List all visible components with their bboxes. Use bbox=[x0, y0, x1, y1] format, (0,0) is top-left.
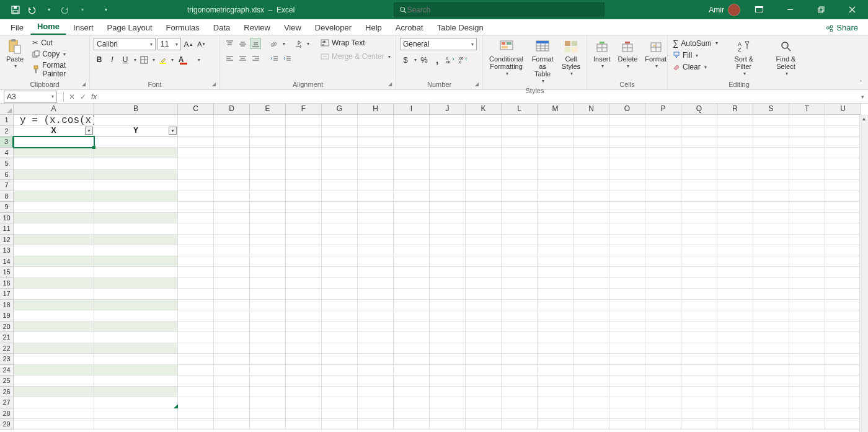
cell-G27[interactable] bbox=[322, 397, 358, 408]
cell-I24[interactable] bbox=[394, 365, 430, 376]
cell-D15[interactable] bbox=[214, 267, 250, 278]
cell-T22[interactable] bbox=[789, 343, 825, 354]
cell-C27[interactable] bbox=[178, 397, 214, 408]
cell-U29[interactable] bbox=[825, 419, 861, 430]
cell-T29[interactable] bbox=[789, 419, 825, 430]
cell-L11[interactable] bbox=[502, 223, 538, 235]
cell-K19[interactable] bbox=[466, 310, 502, 322]
cell-C19[interactable] bbox=[178, 310, 214, 322]
cell-R22[interactable] bbox=[717, 343, 753, 354]
cell-C11[interactable] bbox=[178, 223, 214, 235]
cell-K26[interactable] bbox=[466, 387, 502, 398]
cell-Q27[interactable] bbox=[681, 397, 717, 408]
row-header-21[interactable]: 21 bbox=[0, 332, 14, 343]
cell-E13[interactable] bbox=[250, 245, 286, 256]
copy-dropdown-icon[interactable]: ▾ bbox=[63, 52, 66, 57]
cell-T9[interactable] bbox=[789, 202, 825, 213]
cell-P13[interactable] bbox=[645, 245, 681, 256]
cell-O9[interactable] bbox=[609, 202, 645, 213]
cell-Q18[interactable] bbox=[681, 300, 717, 311]
cell-T19[interactable] bbox=[789, 310, 825, 322]
row-header-27[interactable]: 27 bbox=[0, 397, 14, 408]
col-header-S[interactable]: S bbox=[753, 104, 789, 115]
col-header-T[interactable]: T bbox=[789, 104, 825, 115]
row-header-9[interactable]: 9 bbox=[0, 202, 14, 213]
undo-icon[interactable] bbox=[25, 3, 38, 17]
cell-A10[interactable] bbox=[14, 213, 94, 224]
cell-Q13[interactable] bbox=[681, 245, 717, 256]
autosum-button[interactable]: ∑AutoSum▾ bbox=[671, 38, 719, 48]
row-header-13[interactable]: 13 bbox=[0, 245, 14, 256]
cell-P2[interactable] bbox=[645, 126, 681, 137]
cell-T23[interactable] bbox=[789, 354, 825, 365]
cell-G29[interactable] bbox=[322, 419, 358, 430]
cell-J22[interactable] bbox=[430, 343, 466, 354]
cell-M22[interactable] bbox=[538, 343, 574, 354]
cell-P18[interactable] bbox=[645, 300, 681, 311]
cell-B22[interactable] bbox=[94, 343, 178, 354]
cell-H1[interactable] bbox=[358, 115, 394, 126]
cell-A16[interactable] bbox=[14, 278, 94, 289]
cell-O7[interactable] bbox=[609, 180, 645, 191]
cell-D6[interactable] bbox=[214, 169, 250, 181]
cell-J14[interactable] bbox=[430, 256, 466, 268]
cell-R19[interactable] bbox=[717, 310, 753, 322]
cell-I12[interactable] bbox=[394, 235, 430, 246]
cell-E9[interactable] bbox=[250, 202, 286, 213]
cell-T17[interactable] bbox=[789, 289, 825, 300]
cell-L16[interactable] bbox=[502, 278, 538, 289]
cell-F20[interactable] bbox=[286, 322, 322, 333]
cell-N5[interactable] bbox=[574, 158, 609, 169]
cell-A27[interactable] bbox=[14, 397, 94, 408]
cell-C15[interactable] bbox=[178, 267, 214, 278]
cell-U15[interactable] bbox=[825, 267, 861, 278]
cell-M5[interactable] bbox=[538, 158, 574, 169]
cell-H16[interactable] bbox=[358, 278, 394, 289]
col-header-L[interactable]: L bbox=[502, 104, 538, 115]
cell-S18[interactable] bbox=[753, 300, 789, 311]
cell-C4[interactable] bbox=[178, 148, 214, 159]
cell-C10[interactable] bbox=[178, 213, 214, 224]
cell-U18[interactable] bbox=[825, 300, 861, 311]
cell-G3[interactable] bbox=[322, 137, 358, 148]
cell-H5[interactable] bbox=[358, 158, 394, 169]
cell-R24[interactable] bbox=[717, 365, 753, 376]
cell-G2[interactable] bbox=[322, 126, 358, 137]
format-cells-button[interactable]: Format▾ bbox=[642, 38, 669, 71]
cell-B26[interactable] bbox=[94, 387, 178, 398]
cell-E8[interactable] bbox=[250, 191, 286, 202]
cell-I8[interactable] bbox=[394, 191, 430, 202]
cell-D21[interactable] bbox=[214, 332, 250, 343]
cell-M15[interactable] bbox=[538, 267, 574, 278]
decrease-font-icon[interactable]: A▼ bbox=[196, 38, 207, 50]
cell-Q29[interactable] bbox=[681, 419, 717, 430]
cell-D1[interactable] bbox=[214, 115, 250, 126]
cell-S2[interactable] bbox=[753, 126, 789, 137]
cell-G1[interactable] bbox=[322, 115, 358, 126]
cell-D22[interactable] bbox=[214, 343, 250, 354]
enter-formula-icon[interactable]: ✓ bbox=[78, 92, 89, 101]
cell-J29[interactable] bbox=[430, 419, 466, 430]
cell-H15[interactable] bbox=[358, 267, 394, 278]
cancel-formula-icon[interactable]: ✕ bbox=[66, 92, 78, 101]
cell-S5[interactable] bbox=[753, 158, 789, 169]
cell-R13[interactable] bbox=[717, 245, 753, 256]
cell-D10[interactable] bbox=[214, 213, 250, 224]
cell-L28[interactable] bbox=[502, 408, 538, 420]
cell-O12[interactable] bbox=[609, 235, 645, 246]
cell-K16[interactable] bbox=[466, 278, 502, 289]
select-all-triangle[interactable] bbox=[0, 104, 14, 115]
cell-B23[interactable] bbox=[94, 354, 178, 365]
cell-A26[interactable] bbox=[14, 387, 94, 398]
cell-D27[interactable] bbox=[214, 397, 250, 408]
cell-S26[interactable] bbox=[753, 387, 789, 398]
cell-K11[interactable] bbox=[466, 223, 502, 235]
cell-F2[interactable] bbox=[286, 126, 322, 137]
cell-K2[interactable] bbox=[466, 126, 502, 137]
cell-F1[interactable] bbox=[286, 115, 322, 126]
cell-J28[interactable] bbox=[430, 408, 466, 420]
fill-dd-icon[interactable]: ▾ bbox=[696, 53, 698, 58]
cell-B17[interactable] bbox=[94, 289, 178, 300]
cell-U21[interactable] bbox=[825, 332, 861, 343]
cell-A18[interactable] bbox=[14, 300, 94, 311]
